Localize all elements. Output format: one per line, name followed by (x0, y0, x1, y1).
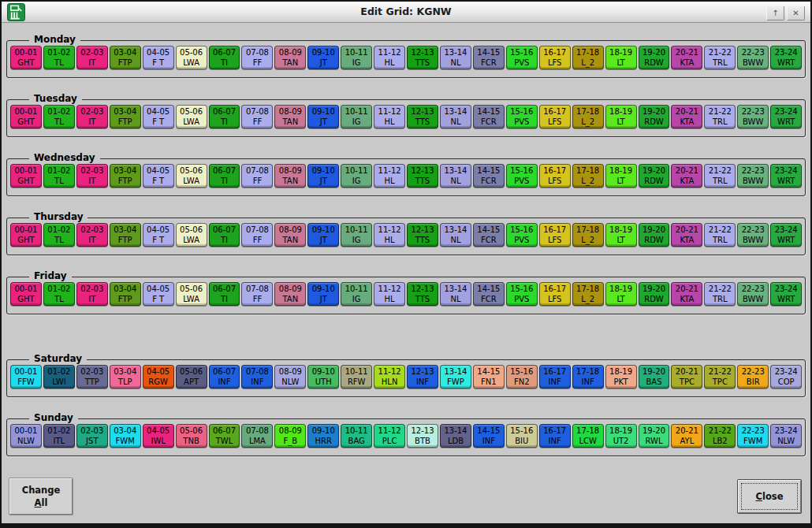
slot-button-monday-11-12[interactable]: 11-12HL (374, 46, 405, 69)
slot-button-thursday-14-15[interactable]: 14-15FCR (473, 223, 505, 247)
slot-button-thursday-17-18[interactable]: 17-18L_2 (572, 223, 604, 247)
slot-button-thursday-08-09[interactable]: 08-09TAN (274, 223, 306, 247)
slot-button-sunday-02-03[interactable]: 02-03JST (76, 424, 108, 448)
slot-button-saturday-19-20[interactable]: 19-20BAS (639, 365, 670, 389)
slot-button-monday-10-11[interactable]: 10-11IG (341, 46, 372, 69)
slot-button-friday-16-17[interactable]: 16-17LFS (539, 282, 571, 306)
slot-button-friday-17-18[interactable]: 17-18L_2 (572, 282, 604, 306)
slot-button-sunday-07-08[interactable]: 07-08LMA (241, 424, 273, 448)
slot-button-wednesday-10-11[interactable]: 10-11IG (341, 164, 372, 188)
slot-button-wednesday-12-13[interactable]: 12-13TTS (407, 164, 438, 188)
slot-button-saturday-10-11[interactable]: 10-11RFW (341, 365, 372, 389)
slot-button-monday-19-20[interactable]: 19-20RDW (639, 46, 670, 69)
slot-button-sunday-14-15[interactable]: 14-15INF (473, 424, 505, 448)
slot-button-monday-07-08[interactable]: 07-08FF (241, 46, 273, 69)
slot-button-tuesday-03-04[interactable]: 03-04FTP (110, 105, 141, 128)
slot-button-monday-06-07[interactable]: 06-07TI (209, 46, 240, 69)
slot-button-saturday-13-14[interactable]: 13-14FWP (440, 365, 471, 389)
slot-button-monday-04-05[interactable]: 04-05F T (143, 46, 174, 69)
slot-button-thursday-16-17[interactable]: 16-17LFS (539, 223, 571, 247)
slot-button-friday-21-22[interactable]: 21-22TRL (704, 282, 736, 306)
slot-button-wednesday-22-23[interactable]: 22-23BWW (737, 164, 769, 188)
slot-button-thursday-20-21[interactable]: 20-21KTA (671, 223, 702, 247)
slot-button-sunday-05-06[interactable]: 05-06TNB (176, 424, 207, 448)
slot-button-monday-02-03[interactable]: 02-03IT (76, 46, 108, 69)
slot-button-saturday-04-05[interactable]: 04-05RGW (143, 365, 174, 389)
slot-button-sunday-19-20[interactable]: 19-20RWL (639, 424, 670, 448)
slot-button-friday-15-16[interactable]: 15-16PVS (506, 282, 538, 306)
slot-button-wednesday-20-21[interactable]: 20-21KTA (671, 164, 702, 188)
slot-button-sunday-01-02[interactable]: 01-02ITL (43, 424, 75, 448)
slot-button-tuesday-13-14[interactable]: 13-14NL (440, 105, 471, 128)
slot-button-saturday-12-13[interactable]: 12-13INF (407, 365, 438, 389)
slot-button-monday-08-09[interactable]: 08-09TAN (274, 46, 306, 69)
slot-button-friday-13-14[interactable]: 13-14NL (440, 282, 471, 306)
slot-button-tuesday-16-17[interactable]: 16-17LFS (539, 105, 571, 128)
shade-button[interactable]: ↑ (766, 6, 784, 20)
slot-button-thursday-18-19[interactable]: 18-19LT (605, 223, 637, 247)
slot-button-tuesday-23-24[interactable]: 23-24WRT (770, 105, 802, 128)
slot-button-tuesday-22-23[interactable]: 22-23BWW (737, 105, 769, 128)
slot-button-thursday-22-23[interactable]: 22-23BWW (737, 223, 769, 247)
slot-button-friday-20-21[interactable]: 20-21KTA (671, 282, 702, 306)
slot-button-thursday-00-01[interactable]: 00-01GHT (10, 223, 42, 247)
slot-button-saturday-23-24[interactable]: 23-24COP (770, 365, 802, 389)
slot-button-friday-03-04[interactable]: 03-04FTP (110, 282, 141, 306)
slot-button-tuesday-19-20[interactable]: 19-20RDW (639, 105, 670, 128)
slot-button-monday-09-10[interactable]: 09-10JT (307, 46, 339, 69)
slot-button-tuesday-14-15[interactable]: 14-15FCR (473, 105, 505, 128)
slot-button-monday-18-19[interactable]: 18-19LT (605, 46, 637, 69)
slot-button-wednesday-17-18[interactable]: 17-18L_2 (572, 164, 604, 188)
slot-button-sunday-18-19[interactable]: 18-19UT2 (605, 424, 637, 448)
slot-button-tuesday-00-01[interactable]: 00-01GHT (10, 105, 42, 128)
slot-button-wednesday-19-20[interactable]: 19-20RDW (639, 164, 670, 188)
slot-button-sunday-21-22[interactable]: 21-22LB2 (704, 424, 736, 448)
slot-button-tuesday-04-05[interactable]: 04-05F T (143, 105, 174, 128)
slot-button-thursday-23-24[interactable]: 23-24WRT (770, 223, 802, 247)
slot-button-thursday-02-03[interactable]: 02-03IT (76, 223, 108, 247)
slot-button-wednesday-08-09[interactable]: 08-09TAN (274, 164, 306, 188)
slot-button-saturday-03-04[interactable]: 03-04TLP (110, 365, 141, 389)
slot-button-tuesday-06-07[interactable]: 06-07TI (209, 105, 240, 128)
slot-button-friday-14-15[interactable]: 14-15FCR (473, 282, 505, 306)
slot-button-monday-17-18[interactable]: 17-18L_2 (572, 46, 604, 69)
slot-button-saturday-07-08[interactable]: 07-08INF (241, 365, 273, 389)
slot-button-thursday-09-10[interactable]: 09-10JT (307, 223, 339, 247)
slot-button-thursday-11-12[interactable]: 11-12HL (374, 223, 405, 247)
slot-button-sunday-11-12[interactable]: 11-12PLC (374, 424, 405, 448)
slot-button-monday-00-01[interactable]: 00-01GHT (10, 46, 42, 69)
slot-button-monday-16-17[interactable]: 16-17LFS (539, 46, 571, 69)
slot-button-tuesday-05-06[interactable]: 05-06LWA (176, 105, 207, 128)
slot-button-monday-20-21[interactable]: 20-21KTA (671, 46, 702, 69)
slot-button-sunday-06-07[interactable]: 06-07TWL (209, 424, 240, 448)
slot-button-wednesday-18-19[interactable]: 18-19LT (605, 164, 637, 188)
slot-button-sunday-03-04[interactable]: 03-04FWM (110, 424, 141, 448)
slot-button-monday-12-13[interactable]: 12-13TTS (407, 46, 438, 69)
slot-button-saturday-06-07[interactable]: 06-07INF (209, 365, 240, 389)
slot-button-friday-02-03[interactable]: 02-03IT (76, 282, 108, 306)
slot-button-wednesday-23-24[interactable]: 23-24WRT (770, 164, 802, 188)
slot-button-wednesday-06-07[interactable]: 06-07TI (209, 164, 240, 188)
slot-button-sunday-13-14[interactable]: 13-14LDB (440, 424, 471, 448)
slot-button-saturday-15-16[interactable]: 15-16FN2 (506, 365, 538, 389)
slot-button-friday-19-20[interactable]: 19-20RDW (639, 282, 670, 306)
slot-button-tuesday-15-16[interactable]: 15-16PVS (506, 105, 538, 128)
slot-button-monday-14-15[interactable]: 14-15FCR (473, 46, 505, 69)
slot-button-thursday-13-14[interactable]: 13-14NL (440, 223, 471, 247)
slot-button-saturday-20-21[interactable]: 20-21TPC (671, 365, 702, 389)
slot-button-wednesday-11-12[interactable]: 11-12HL (374, 164, 405, 188)
slot-button-friday-11-12[interactable]: 11-12HL (374, 282, 405, 306)
slot-button-wednesday-02-03[interactable]: 02-03IT (76, 164, 108, 188)
slot-button-thursday-21-22[interactable]: 21-22TRL (704, 223, 736, 247)
slot-button-thursday-15-16[interactable]: 15-16PVS (506, 223, 538, 247)
slot-button-friday-07-08[interactable]: 07-08FF (241, 282, 273, 306)
slot-button-monday-22-23[interactable]: 22-23BWW (737, 46, 769, 69)
slot-button-thursday-05-06[interactable]: 05-06LWA (176, 223, 207, 247)
slot-button-tuesday-18-19[interactable]: 18-19LT (605, 105, 637, 128)
slot-button-sunday-12-13[interactable]: 12-13BTB (407, 424, 438, 448)
slot-button-sunday-08-09[interactable]: 08-09F_B (274, 424, 306, 448)
slot-button-tuesday-02-03[interactable]: 02-03IT (76, 105, 108, 128)
close-button[interactable]: Close (738, 480, 801, 513)
window-close-button[interactable]: ✕ (787, 6, 805, 20)
slot-button-thursday-12-13[interactable]: 12-13TTS (407, 223, 438, 247)
